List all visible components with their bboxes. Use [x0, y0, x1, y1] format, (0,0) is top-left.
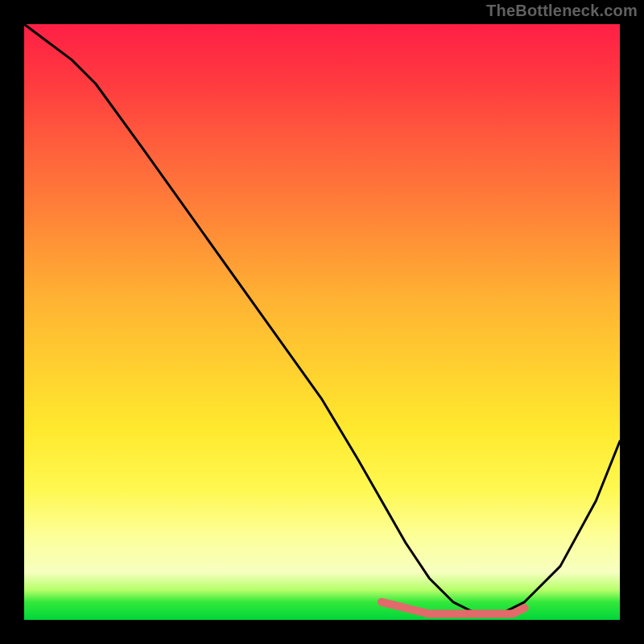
chart-frame: TheBottleneck.com	[0, 0, 644, 644]
curve-layer	[24, 24, 620, 620]
plot-area	[24, 24, 620, 620]
minimum-highlight	[382, 602, 525, 614]
watermark-text: TheBottleneck.com	[486, 2, 638, 20]
bottleneck-curve	[24, 24, 620, 614]
